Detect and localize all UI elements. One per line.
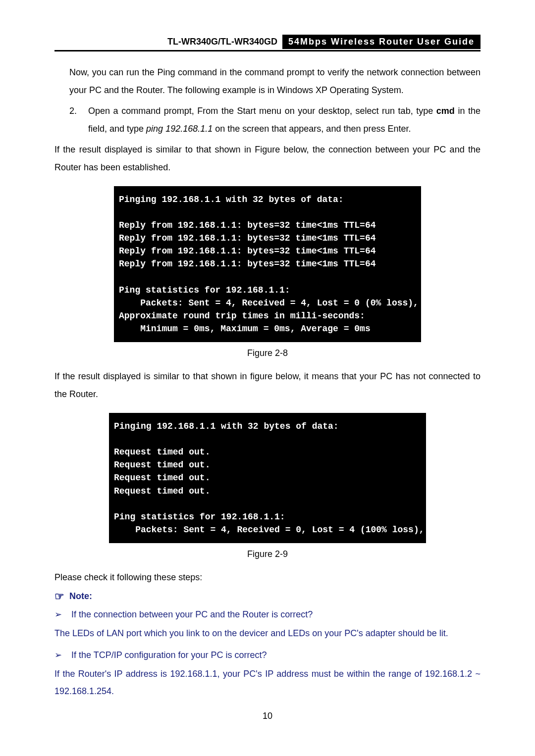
step-2-post: on the screen that appears, and then pre… xyxy=(213,124,411,134)
note-bullet-2: ➢ If the TCP/IP configuration for your P… xyxy=(54,647,481,663)
page-number: 10 xyxy=(0,711,535,721)
paragraph-result-ok: If the result displayed is similar to th… xyxy=(54,141,481,176)
step-2-pre: Open a command prompt, From the Start me… xyxy=(88,106,436,116)
note-bullet-1-text: If the connection between your PC and th… xyxy=(71,606,481,623)
terminal-output-success: Pinging 192.168.1.1 with 32 bytes of dat… xyxy=(114,186,421,342)
paragraph-intro: Now, you can run the Ping command in the… xyxy=(69,63,481,99)
paragraph-result-fail: If the result displayed is similar to th… xyxy=(54,367,481,403)
note-header: ☞ Note: xyxy=(54,591,481,602)
step-2-row: 2. Open a command prompt, From the Start… xyxy=(69,102,481,138)
terminal-output-fail: Pinging 192.168.1.1 with 32 bytes of dat… xyxy=(109,413,426,543)
header-title: 54Mbps Wireless Router User Guide xyxy=(282,35,481,49)
step-2-cmd-bold: cmd xyxy=(436,106,455,116)
figure-caption-2-8: Figure 2-8 xyxy=(54,348,481,358)
hand-point-icon: ☞ xyxy=(54,591,64,602)
note-bullet-2-text: If the TCP/IP configuration for your PC … xyxy=(71,647,481,663)
step-2-content: Open a command prompt, From the Start me… xyxy=(88,102,481,138)
header-inner: TL-WR340G/TL-WR340GD 54Mbps Wireless Rou… xyxy=(54,35,481,49)
figure-caption-2-9: Figure 2-9 xyxy=(54,549,481,559)
header-model: TL-WR340G/TL-WR340GD xyxy=(167,35,282,49)
paragraph-check-steps: Please check it following these steps: xyxy=(54,568,481,586)
step-2-number: 2. xyxy=(69,102,88,138)
header-bar: TL-WR340G/TL-WR340GD 54Mbps Wireless Rou… xyxy=(54,35,481,51)
bullet-arrow-icon: ➢ xyxy=(54,606,71,623)
note-bullet-1: ➢ If the connection between your PC and … xyxy=(54,606,481,623)
step-2-cmd-italic: ping 192.168.1.1 xyxy=(146,124,213,134)
note-paragraph-2: If the Router's IP address is 192.168.1.… xyxy=(54,665,481,699)
bullet-arrow-icon: ➢ xyxy=(54,647,71,663)
page-container: TL-WR340G/TL-WR340GD 54Mbps Wireless Rou… xyxy=(0,0,535,700)
note-paragraph-1: The LEDs of LAN port which you link to o… xyxy=(54,625,481,642)
note-label: Note: xyxy=(69,591,92,602)
